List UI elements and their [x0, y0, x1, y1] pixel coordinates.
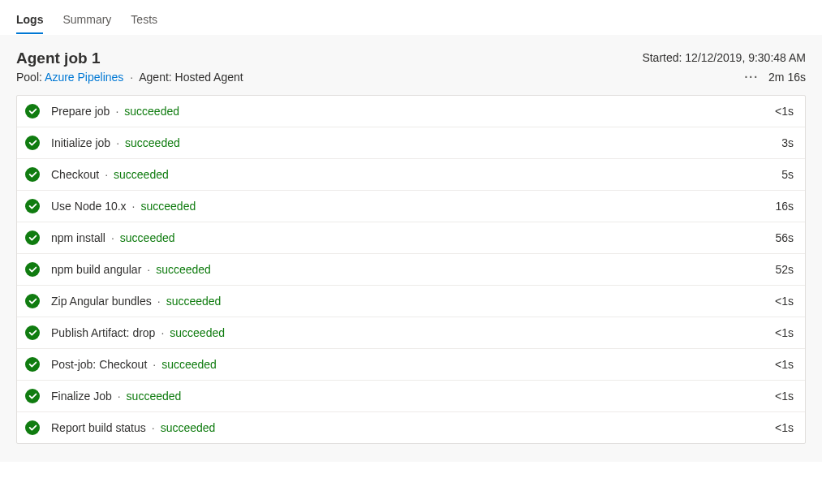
step-status: succeeded	[124, 105, 179, 118]
separator-dot: ·	[105, 168, 108, 181]
step-status: succeeded	[161, 421, 216, 434]
separator-dot: ·	[132, 200, 136, 213]
separator-dot: ·	[153, 358, 156, 371]
step-row[interactable]: npm build angular·succeeded52s	[17, 254, 805, 286]
separator-dot: ·	[116, 136, 119, 149]
separator-dot: ·	[147, 263, 150, 276]
job-panel: Agent job 1 Started: 12/12/2019, 9:30:48…	[0, 35, 822, 462]
started-time: Started: 12/12/2019, 9:30:48 AM	[642, 50, 806, 64]
step-duration: 56s	[775, 231, 794, 244]
step-status: succeeded	[141, 200, 196, 213]
step-name: Checkout	[51, 168, 99, 181]
success-check-icon	[25, 357, 40, 372]
step-row[interactable]: Zip Angular bundles·succeeded<1s	[17, 286, 805, 317]
tab-logs[interactable]: Logs	[16, 6, 43, 34]
step-name: Zip Angular bundles	[51, 295, 152, 308]
step-row[interactable]: npm install·succeeded56s	[17, 222, 805, 254]
success-check-icon	[25, 389, 40, 403]
separator-dot: ·	[111, 231, 114, 244]
step-duration: <1s	[775, 358, 794, 371]
step-duration: 3s	[781, 136, 794, 149]
success-check-icon	[25, 104, 40, 118]
step-name: Publish Artifact: drop	[51, 326, 155, 339]
pool-label: Pool:	[16, 71, 42, 84]
step-duration: 5s	[781, 168, 794, 181]
step-name: npm install	[51, 231, 105, 244]
step-status: succeeded	[127, 390, 182, 403]
started-value: 12/12/2019, 9:30:48 AM	[685, 51, 806, 64]
success-check-icon	[25, 325, 40, 340]
separator-dot: ·	[115, 105, 118, 118]
step-name: Use Node 10.x	[51, 200, 127, 213]
step-row[interactable]: Use Node 10.x·succeeded16s	[17, 191, 805, 222]
separator-dot: ·	[157, 295, 161, 308]
step-name: Report build status	[51, 421, 146, 434]
separator-dot: ·	[118, 390, 121, 403]
success-check-icon	[25, 294, 40, 308]
step-name: Prepare job	[51, 105, 110, 118]
tab-summary[interactable]: Summary	[62, 6, 111, 34]
success-check-icon	[25, 262, 40, 277]
step-name: Post-job: Checkout	[51, 358, 147, 371]
job-title: Agent job 1	[16, 50, 100, 67]
success-check-icon	[25, 167, 40, 182]
tab-bar: LogsSummaryTests	[0, 0, 822, 35]
step-duration: <1s	[775, 390, 794, 403]
agent-value: Hosted Agent	[175, 71, 243, 84]
step-status: succeeded	[161, 358, 217, 371]
step-name: npm build angular	[51, 263, 141, 276]
step-status: succeeded	[156, 263, 211, 276]
step-status: succeeded	[120, 231, 175, 244]
steps-list: Prepare job·succeeded<1sInitialize job·s…	[16, 95, 806, 444]
step-row[interactable]: Report build status·succeeded<1s	[17, 412, 805, 443]
success-check-icon	[25, 199, 40, 213]
step-duration: <1s	[775, 421, 794, 434]
step-duration: <1s	[775, 105, 794, 118]
step-name: Initialize job	[51, 136, 110, 149]
step-duration: <1s	[775, 295, 794, 308]
step-name: Finalize Job	[51, 390, 112, 403]
step-duration: 52s	[775, 263, 794, 276]
step-row[interactable]: Publish Artifact: drop·succeeded<1s	[17, 317, 805, 349]
step-status: succeeded	[125, 136, 180, 149]
step-row[interactable]: Finalize Job·succeeded<1s	[17, 381, 805, 412]
step-status: succeeded	[114, 168, 169, 181]
total-duration: 2m 16s	[768, 71, 806, 84]
separator-dot: ·	[161, 326, 164, 339]
success-check-icon	[25, 230, 40, 245]
step-row[interactable]: Prepare job·succeeded<1s	[17, 96, 805, 127]
step-duration: <1s	[775, 326, 794, 339]
success-check-icon	[25, 420, 40, 435]
tab-tests[interactable]: Tests	[131, 6, 157, 34]
separator-dot: ·	[152, 421, 155, 434]
pool-agent-line: Pool: Azure Pipelines · Agent: Hosted Ag…	[16, 71, 243, 84]
started-label: Started:	[642, 51, 682, 64]
step-status: succeeded	[170, 326, 225, 339]
step-status: succeeded	[166, 295, 222, 308]
pool-link[interactable]: Azure Pipelines	[45, 71, 123, 84]
step-duration: 16s	[775, 200, 794, 213]
agent-label: Agent:	[139, 71, 171, 84]
separator-dot: ·	[130, 71, 133, 84]
more-actions-icon[interactable]: ···	[744, 71, 759, 84]
success-check-icon	[25, 136, 40, 150]
step-row[interactable]: Checkout·succeeded5s	[17, 159, 805, 191]
step-row[interactable]: Initialize job·succeeded3s	[17, 127, 805, 159]
step-row[interactable]: Post-job: Checkout·succeeded<1s	[17, 349, 805, 381]
